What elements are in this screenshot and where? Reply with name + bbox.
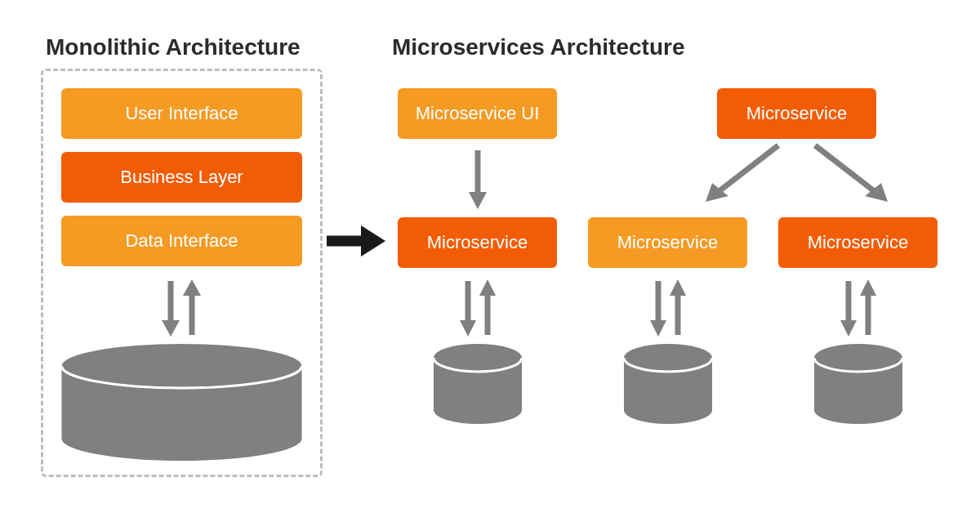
microservice-box-2: Microservice — [588, 217, 747, 268]
ms2-database-icon — [623, 343, 713, 425]
monolith-database-icon — [61, 343, 302, 462]
svg-marker-26 — [860, 279, 876, 296]
top-right-split-arrows-icon — [635, 141, 962, 221]
svg-marker-8 — [361, 225, 385, 256]
svg-line-11 — [717, 145, 778, 193]
svg-point-2 — [62, 417, 302, 461]
svg-marker-18 — [479, 279, 496, 296]
microservice-box-1: Microservice — [398, 217, 557, 268]
monolith-db-arrows-icon — [159, 276, 203, 343]
ms3-database-icon — [813, 343, 903, 425]
svg-marker-6 — [183, 279, 201, 296]
svg-point-32 — [624, 396, 712, 424]
ms2-db-arrows-icon — [648, 276, 688, 343]
svg-point-29 — [434, 396, 522, 424]
monolith-layer-ui: User Interface — [61, 88, 302, 139]
svg-marker-10 — [469, 192, 487, 209]
ms3-db-arrows-icon — [838, 276, 879, 343]
ms1-database-icon — [433, 343, 523, 425]
monolithic-title: Monolithic Architecture — [46, 34, 301, 60]
svg-marker-16 — [460, 320, 476, 337]
svg-marker-24 — [840, 320, 857, 337]
microservice-top-right-box: Microservice — [717, 88, 876, 139]
svg-marker-20 — [650, 320, 666, 337]
monolith-layer-business: Business Layer — [61, 152, 302, 203]
svg-marker-4 — [162, 320, 180, 337]
svg-point-35 — [814, 396, 902, 424]
monolith-layer-data: Data Interface — [61, 216, 302, 266]
microservices-title: Microservices Architecture — [392, 34, 684, 60]
microservice-box-3: Microservice — [778, 217, 938, 268]
ui-to-service-arrow-icon — [467, 147, 488, 216]
svg-marker-22 — [670, 279, 686, 296]
svg-line-13 — [815, 145, 876, 193]
transition-arrow-icon — [323, 221, 389, 265]
microservice-ui-box: Microservice UI — [398, 88, 557, 139]
ms1-db-arrows-icon — [457, 276, 498, 343]
